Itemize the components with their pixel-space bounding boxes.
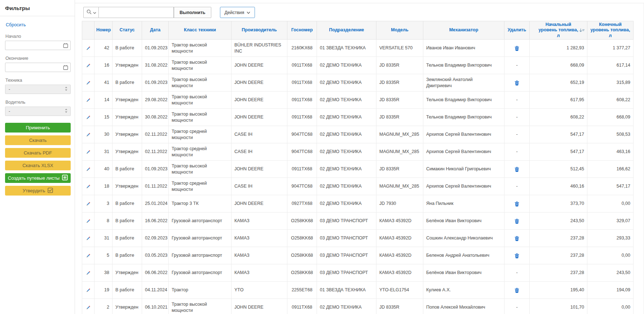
column-header-department[interactable]: Подразделение — [317, 21, 376, 40]
cell-fuel-end: 293,33 — [587, 230, 634, 247]
column-header-manufacturer[interactable]: Производитель — [231, 21, 287, 40]
trash-icon[interactable] — [515, 201, 519, 207]
cell-date: 02.11.2022 — [142, 143, 169, 161]
cell-delete — [504, 282, 530, 299]
pencil-icon[interactable] — [85, 219, 91, 224]
download-pdf-button[interactable]: Скачать PDF — [5, 148, 71, 158]
trash-icon[interactable] — [515, 253, 519, 259]
cell-tech-class: Трактор высокой мощности — [169, 74, 231, 91]
pencil-icon[interactable] — [85, 149, 91, 155]
trash-icon[interactable] — [515, 167, 519, 172]
end-date-input[interactable] — [5, 63, 61, 72]
pencil-icon[interactable] — [85, 46, 91, 51]
trash-icon[interactable] — [515, 46, 519, 51]
edit-cell — [82, 109, 94, 126]
cell-fuel-start: 237,28 — [530, 230, 587, 247]
cell-mechanizator: Кулиев А.Х. — [423, 282, 504, 299]
trash-icon[interactable] — [515, 288, 519, 293]
cell-gos-number: 2255ET68 — [287, 282, 317, 299]
edit-cell — [82, 126, 94, 143]
pencil-icon[interactable] — [85, 305, 91, 310]
filters-title: Фильтры — [5, 5, 71, 11]
cell-status: В работе — [113, 40, 142, 57]
pencil-icon[interactable] — [85, 253, 91, 259]
cell-status: В работе — [113, 74, 142, 91]
pencil-icon[interactable] — [85, 98, 91, 103]
pencil-icon[interactable] — [85, 270, 91, 276]
cell-department: 03 ДЕМО ТРАНСПОРТ — [317, 230, 376, 247]
column-header-delete[interactable]: Удалить — [504, 21, 530, 40]
table-row: 42В работе01.09.2023Трактор высокой мощн… — [82, 40, 634, 57]
table-row: 15Утвержден30.08.2022Трактор высокой мощ… — [82, 109, 634, 126]
cell-model: КАМАЗ 45392D — [376, 247, 423, 264]
trash-icon[interactable] — [515, 219, 519, 224]
pencil-icon[interactable] — [85, 80, 91, 86]
trash-icon[interactable] — [515, 236, 519, 241]
cell-mechanizator: Иванов Иван Иванович — [423, 40, 504, 57]
tech-select[interactable]: - — [5, 85, 71, 94]
column-header-status[interactable]: Статус — [113, 21, 142, 40]
cell-number: 3 — [94, 195, 113, 212]
pencil-icon[interactable] — [85, 63, 91, 68]
pencil-icon[interactable] — [85, 201, 91, 207]
table-row: 40В работе01.09.2023Трактор высокой мощн… — [82, 161, 634, 178]
create-waybills-button[interactable]: Создать путевые листы — [5, 173, 71, 183]
column-header-mechanizator[interactable]: Механизатор — [423, 21, 504, 40]
cell-number: 42 — [94, 40, 113, 57]
calendar-icon[interactable] — [61, 41, 70, 50]
pencil-icon[interactable] — [85, 167, 91, 172]
tech-select-value: - — [9, 87, 10, 92]
pencil-icon[interactable] — [85, 236, 91, 241]
column-header-fuel_start[interactable]: Начальный уровень топлива, л — [530, 21, 587, 40]
column-header-tech_class[interactable]: Класс техники — [169, 21, 231, 40]
table-row: 5В работе03.05.2023Грузовой автотранспор… — [82, 247, 634, 264]
cell-status: В работе — [113, 247, 142, 264]
column-header-number[interactable]: Номер — [94, 21, 113, 40]
search-options-button[interactable] — [83, 7, 99, 18]
cell-gos-number: 0911TX68 — [287, 74, 317, 91]
search-input[interactable] — [99, 7, 174, 18]
cell-mechanizator: Тельнов Владимир Викторович — [423, 109, 504, 126]
column-header-gos_number[interactable]: Госномер — [287, 21, 317, 40]
edit-cell — [82, 161, 94, 178]
cell-fuel-end: 0,00 — [587, 299, 634, 314]
column-header-fuel_end[interactable]: Конечный уровень топлива, л — [587, 21, 634, 40]
apply-button[interactable]: Применить — [5, 123, 71, 133]
pencil-icon[interactable] — [85, 184, 91, 189]
pencil-icon[interactable] — [85, 288, 91, 293]
cell-status: Утвержден — [113, 91, 142, 109]
cell-tech-class: Трактор средней мощности — [169, 178, 231, 195]
approve-button[interactable]: Утвердить — [5, 186, 71, 196]
trash-icon[interactable] — [515, 80, 519, 86]
column-header-model[interactable]: Модель — [376, 21, 423, 40]
download-xlsx-button[interactable]: Скачать XLSX — [5, 161, 71, 170]
driver-select[interactable]: - — [5, 107, 71, 116]
actions-button[interactable]: Действия — [220, 7, 255, 18]
cell-model: MAGNUM_MX_285 — [376, 178, 423, 195]
cell-status: В работе — [113, 230, 142, 247]
calendar-icon[interactable] — [61, 63, 70, 72]
checkbox-checked-icon — [48, 188, 53, 194]
cell-mechanizator: Яна Пильник — [423, 195, 504, 212]
pencil-icon[interactable] — [85, 132, 91, 138]
cell-tech-class: Трактор — [169, 282, 231, 299]
cell-manufacturer: JOHN DEERE — [231, 195, 287, 212]
reset-filters-link[interactable]: Сбросить — [6, 22, 26, 27]
cell-date: 06.10.2021 — [142, 299, 169, 314]
go-button[interactable]: Выполнить — [174, 7, 211, 18]
cell-mechanizator: Сошкин Александр Николаевич — [423, 230, 504, 247]
start-date-field — [5, 41, 71, 50]
start-date-input[interactable] — [5, 41, 61, 50]
cell-gos-number: O258KK68 — [287, 212, 317, 230]
cell-model: VERSATILE 570 — [376, 40, 423, 57]
cell-date: 04.11.2024 — [142, 282, 169, 299]
cell-tech-class: Грузовой автотранспорт — [169, 247, 231, 264]
sidebar-divider — [0, 16, 75, 16]
edit-cell — [82, 212, 94, 230]
column-header-date[interactable]: Дата — [142, 21, 169, 40]
download-button[interactable]: Скачать — [5, 135, 71, 145]
cell-manufacturer: КАМАЗ — [231, 230, 287, 247]
pencil-icon[interactable] — [85, 115, 91, 120]
edit-cell — [82, 178, 94, 195]
cell-department: 02 ДЕМО ТЕХНИКА — [317, 57, 376, 74]
